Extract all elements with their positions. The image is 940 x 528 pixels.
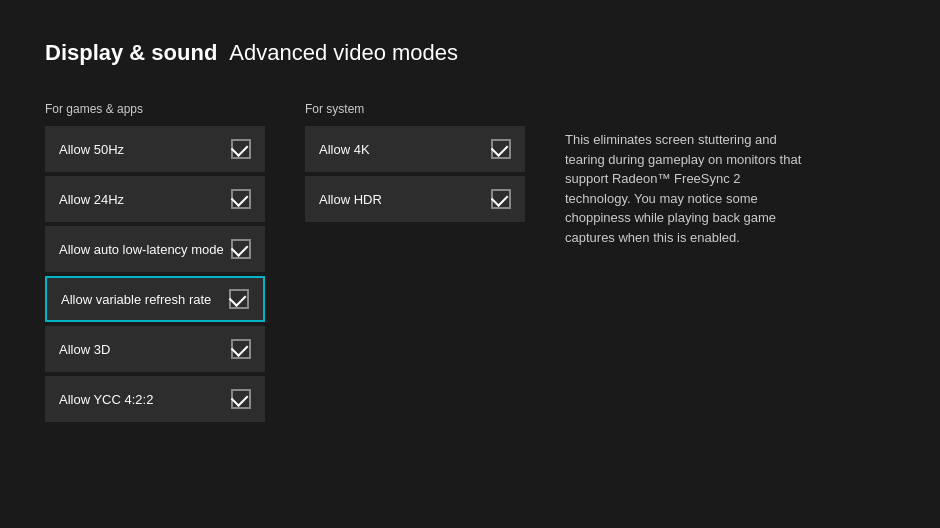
setting-item-allow-variable-refresh-rate[interactable]: Allow variable refresh rate [45,276,265,322]
setting-label-allow-hdr: Allow HDR [319,192,382,207]
checkbox-allow-ycc-422[interactable] [231,389,251,409]
checkbox-allow-3d[interactable] [231,339,251,359]
setting-label-allow-4k: Allow 4K [319,142,370,157]
setting-item-allow-auto-low-latency[interactable]: Allow auto low-latency mode [45,226,265,272]
setting-item-allow-4k[interactable]: Allow 4K [305,126,525,172]
content-area: For games & apps Allow 50HzAllow 24HzAll… [45,102,895,422]
info-text: This eliminates screen stuttering and te… [565,130,805,247]
system-column-title: For system [305,102,525,116]
page-title-sub: Advanced video modes [229,40,458,66]
checkbox-allow-auto-low-latency[interactable] [231,239,251,259]
page-header: Display & sound Advanced video modes [45,40,895,66]
page-title-main: Display & sound [45,40,217,66]
setting-item-allow-24hz[interactable]: Allow 24Hz [45,176,265,222]
setting-item-allow-hdr[interactable]: Allow HDR [305,176,525,222]
checkbox-allow-24hz[interactable] [231,189,251,209]
checkbox-allow-variable-refresh-rate[interactable] [229,289,249,309]
info-panel: This eliminates screen stuttering and te… [565,102,805,422]
system-column: For system Allow 4KAllow HDR [305,102,525,422]
page-container: Display & sound Advanced video modes For… [0,0,940,452]
games-apps-column-title: For games & apps [45,102,265,116]
setting-label-allow-3d: Allow 3D [59,342,110,357]
setting-label-allow-ycc-422: Allow YCC 4:2:2 [59,392,153,407]
setting-label-allow-variable-refresh-rate: Allow variable refresh rate [61,292,211,307]
setting-label-allow-50hz: Allow 50Hz [59,142,124,157]
games-apps-settings-list: Allow 50HzAllow 24HzAllow auto low-laten… [45,126,265,422]
setting-item-allow-50hz[interactable]: Allow 50Hz [45,126,265,172]
system-settings-list: Allow 4KAllow HDR [305,126,525,222]
games-apps-column: For games & apps Allow 50HzAllow 24HzAll… [45,102,265,422]
setting-item-allow-3d[interactable]: Allow 3D [45,326,265,372]
checkbox-allow-hdr[interactable] [491,189,511,209]
checkbox-allow-50hz[interactable] [231,139,251,159]
setting-label-allow-24hz: Allow 24Hz [59,192,124,207]
checkbox-allow-4k[interactable] [491,139,511,159]
setting-label-allow-auto-low-latency: Allow auto low-latency mode [59,242,224,257]
setting-item-allow-ycc-422[interactable]: Allow YCC 4:2:2 [45,376,265,422]
